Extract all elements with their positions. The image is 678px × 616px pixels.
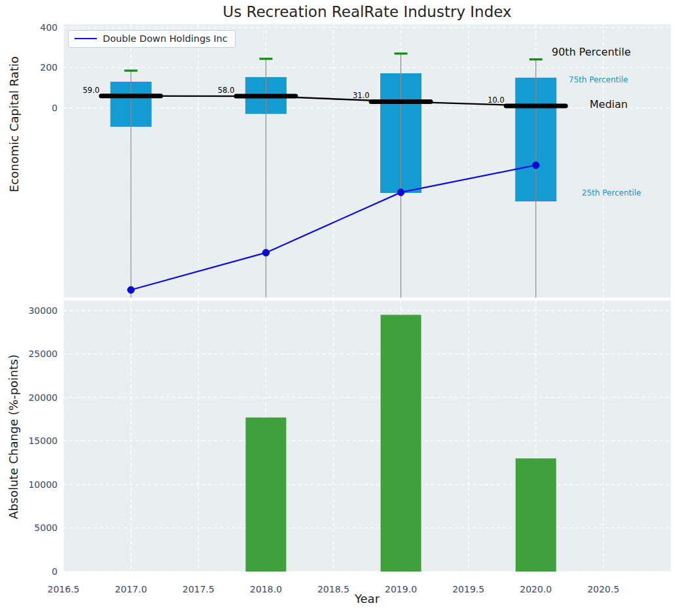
bottom-y-tick-label: 15000	[28, 436, 58, 446]
abs-change-bar-2020	[516, 458, 556, 572]
company-marker-2020	[532, 162, 539, 169]
top-y-axis-label: Economic Capital Ratio	[7, 56, 21, 192]
bottom-y-tick-label: 5000	[34, 522, 58, 533]
figure: 0200400050001000015000200002500030000201…	[0, 0, 678, 616]
bottom-y-tick-label: 25000	[28, 349, 58, 359]
median-value-label-2019: 31.0	[353, 91, 370, 100]
annotation-75th-percentile: 75th Percentile	[569, 75, 628, 84]
legend-label: Double Down Holdings Inc	[103, 33, 228, 44]
x-axis-label: Year	[63, 592, 671, 606]
legend-line-sample-icon	[75, 38, 97, 39]
top-y-tick-label: 400	[40, 22, 58, 33]
bottom-y-tick-label: 20000	[28, 392, 58, 403]
bottom-y-tick-label: 10000	[28, 479, 58, 490]
chart-canvas: 0200400050001000015000200002500030000201…	[0, 0, 678, 616]
bottom-y-tick-label: 30000	[28, 305, 58, 316]
abs-change-bar-2019	[381, 315, 421, 572]
chart-title: Us Recreation RealRate Industry Index	[63, 3, 671, 20]
company-marker-2017	[128, 286, 135, 294]
annotation-median: Median	[590, 98, 628, 111]
median-value-label-2020: 10.0	[488, 95, 505, 105]
annotation-25th-percentile: 25th Percentile	[582, 188, 641, 197]
top-axes-background	[63, 24, 671, 298]
top-y-tick-label: 0	[52, 103, 58, 113]
bottom-y-axis-label: Absolute Change (%-points)	[7, 354, 20, 519]
top-y-tick-label: 200	[40, 62, 58, 73]
legend: Double Down Holdings Inc	[68, 30, 236, 48]
abs-change-bar-2018	[245, 417, 286, 572]
annotation-90th-percentile: 90th Percentile	[552, 46, 631, 58]
bottom-axes-background	[63, 301, 671, 572]
bottom-y-tick-label: 0	[52, 566, 58, 577]
median-value-label-2017: 59.0	[83, 86, 100, 95]
company-marker-2018	[262, 249, 270, 256]
median-value-label-2018: 58.0	[218, 86, 235, 95]
company-marker-2019	[397, 189, 404, 196]
